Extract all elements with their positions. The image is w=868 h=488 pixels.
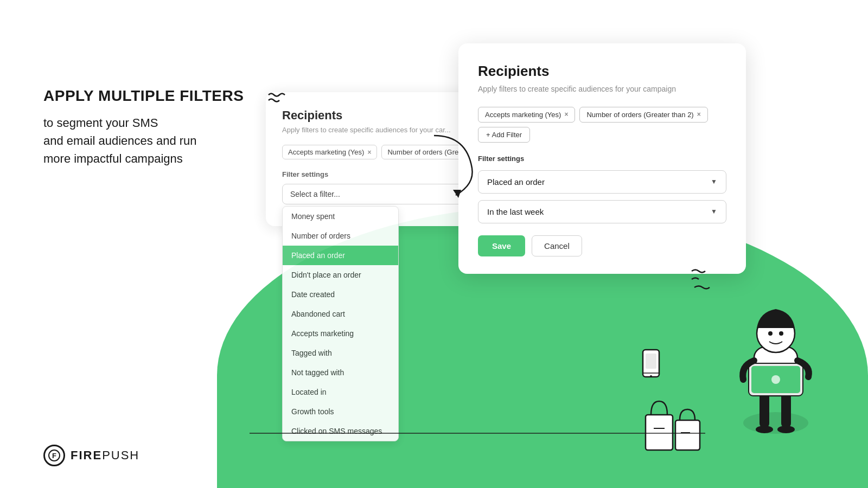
person-illustration	[694, 260, 857, 455]
front-select-1-chevron: ▼	[711, 178, 717, 185]
svg-point-14	[779, 331, 783, 336]
dropdown-item-placed-order[interactable]: Placed an order	[283, 246, 398, 265]
dropdown-item-clicked-sms[interactable]: Clicked on SMS messages	[283, 421, 398, 441]
front-filter-select-1[interactable]: Placed an order ▼	[478, 170, 726, 194]
desc-line2: and email audiences and run	[43, 134, 197, 147]
arrow-decoration	[380, 125, 488, 211]
dropdown-item-accepts-marketing[interactable]: Accepts marketing	[283, 324, 398, 343]
front-tag-1[interactable]: Accepts marketing (Yes) ×	[478, 107, 575, 123]
svg-rect-17	[675, 420, 700, 450]
dropdown-item-abandoned-cart[interactable]: Abandoned cart	[283, 304, 398, 324]
svg-rect-22	[646, 354, 656, 369]
svg-point-7	[777, 426, 795, 433]
shopping-bags	[640, 390, 705, 455]
front-recipients-card: Recipients Apply filters to create speci…	[458, 43, 746, 274]
dropdown-item-tagged-with[interactable]: Tagged with	[283, 343, 398, 363]
svg-marker-2	[453, 190, 461, 198]
front-card-subtitle: Apply filters to create specific audienc…	[478, 84, 726, 95]
cancel-button[interactable]: Cancel	[532, 235, 582, 256]
front-filter-tags: Accepts marketing (Yes) × Number of orde…	[478, 107, 726, 143]
svg-text:F: F	[52, 452, 56, 460]
filter-dropdown-menu: Money spent Number of orders Placed an o…	[282, 206, 399, 441]
save-button[interactable]: Save	[478, 235, 525, 256]
dropdown-item-date-created[interactable]: Date created	[283, 285, 398, 304]
svg-point-6	[756, 426, 773, 433]
dropdown-item-growth-tools[interactable]: Growth tools	[283, 402, 398, 421]
squiggle-top	[266, 92, 288, 108]
desc-line3: more impactful campaigns	[43, 152, 183, 165]
svg-point-13	[768, 331, 773, 336]
logo-text: FIREPUSH	[71, 448, 139, 463]
dropdown-item-located-in[interactable]: Located in	[283, 382, 398, 402]
front-card-title: Recipients	[478, 63, 726, 80]
front-button-row: Save Cancel	[478, 235, 726, 256]
hero-desc: to segment your SMS and email audiences …	[43, 114, 244, 168]
left-content: APPLY MULTIPLE FILTERS to segment your S…	[43, 87, 244, 168]
back-tag-1-remove[interactable]: ×	[367, 149, 371, 156]
svg-point-3	[743, 412, 808, 434]
squiggle-illustration	[689, 266, 711, 293]
dropdown-item-didnt-place[interactable]: Didn't place an order	[283, 265, 398, 285]
front-filter-settings-label: Filter settings	[478, 155, 726, 163]
front-tag-2[interactable]: Number of orders (Greater than 2) ×	[579, 107, 707, 123]
dropdown-item-number-orders[interactable]: Number of orders	[283, 226, 398, 246]
front-filter-select-2[interactable]: In the last week ▼	[478, 200, 726, 223]
desc-line1: to segment your SMS	[43, 116, 158, 130]
front-select-2-chevron: ▼	[711, 208, 717, 215]
back-tag-1[interactable]: Accepts marketing (Yes) ×	[282, 145, 377, 159]
front-tag-2-remove[interactable]: ×	[697, 111, 701, 118]
dropdown-item-not-tagged[interactable]: Not tagged with	[283, 363, 398, 382]
hero-title: APPLY MULTIPLE FILTERS	[43, 87, 244, 105]
bottom-decorative-line	[250, 433, 705, 434]
mobile-icon	[640, 347, 662, 380]
svg-point-21	[650, 375, 652, 377]
logo-icon: F	[43, 445, 65, 466]
svg-point-11	[771, 375, 780, 384]
firepush-logo: F FIREPUSH	[43, 445, 139, 466]
front-tag-1-remove[interactable]: ×	[564, 111, 568, 118]
